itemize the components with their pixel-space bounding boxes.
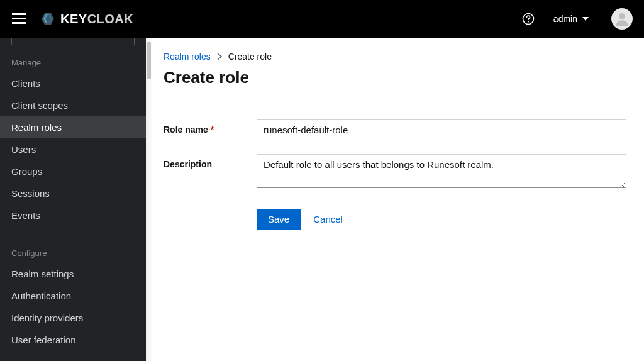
chevron-right-icon	[217, 52, 222, 62]
sidebar-item-authentication[interactable]: Authentication	[0, 285, 146, 307]
nav-toggle-button[interactable]	[6, 6, 31, 31]
sidebar-item-groups[interactable]: Groups	[0, 160, 146, 182]
username-label: admin	[553, 14, 577, 24]
brand-text: KEYCLOAK	[60, 12, 133, 26]
save-button[interactable]: Save	[257, 209, 301, 230]
description-label: Description	[164, 154, 257, 169]
svg-rect-1	[12, 18, 26, 19]
chevron-down-icon	[582, 17, 589, 21]
sidebar-item-sessions[interactable]: Sessions	[0, 182, 146, 204]
svg-point-8	[619, 13, 625, 19]
sidebar-item-client-scopes[interactable]: Client scopes	[0, 94, 146, 116]
role-name-input[interactable]	[257, 119, 626, 140]
help-icon	[522, 13, 535, 25]
sidebar-item-user-federation[interactable]: User federation	[0, 329, 146, 351]
page-title: Create role	[164, 68, 626, 87]
sidebar-item-clients[interactable]: Clients	[0, 72, 146, 94]
user-menu[interactable]: admin	[553, 14, 589, 24]
main-content-area: Realm roles Create role Create role Role…	[146, 38, 644, 361]
section-divider	[146, 99, 644, 99]
svg-point-7	[528, 21, 529, 23]
required-indicator: *	[211, 125, 214, 135]
logo-icon	[39, 10, 57, 28]
topbar: KEYCLOAK admin	[0, 0, 644, 38]
svg-rect-0	[12, 13, 26, 15]
breadcrumb-current: Create role	[228, 52, 272, 62]
sidebar-item-identity-providers[interactable]: Identity providers	[0, 307, 146, 329]
sidebar-item-users[interactable]: Users	[0, 138, 146, 160]
role-name-label: Role name*	[164, 119, 257, 135]
nav-section-manage: Manage	[0, 49, 146, 72]
sidebar-item-realm-roles[interactable]: Realm roles	[0, 116, 146, 138]
breadcrumb-parent-link[interactable]: Realm roles	[164, 52, 211, 62]
sidebar: Runesoft Manage Clients Client scopes Re…	[0, 38, 146, 361]
sidebar-item-events[interactable]: Events	[0, 204, 146, 226]
hamburger-icon	[12, 13, 26, 25]
cancel-button[interactable]: Cancel	[313, 214, 343, 225]
nav-divider	[0, 233, 146, 233]
realm-selector[interactable]: Runesoft	[11, 38, 135, 45]
nav-section-configure: Configure	[0, 240, 146, 263]
sidebar-item-realm-settings[interactable]: Realm settings	[0, 263, 146, 285]
avatar[interactable]	[611, 8, 633, 30]
svg-rect-2	[12, 22, 26, 24]
avatar-icon	[614, 11, 630, 26]
help-button[interactable]	[517, 8, 540, 30]
brand-logo[interactable]: KEYCLOAK	[39, 10, 133, 28]
breadcrumb: Realm roles Create role	[164, 52, 626, 62]
description-textarea[interactable]: Default role to all users that belongs t…	[257, 154, 626, 188]
